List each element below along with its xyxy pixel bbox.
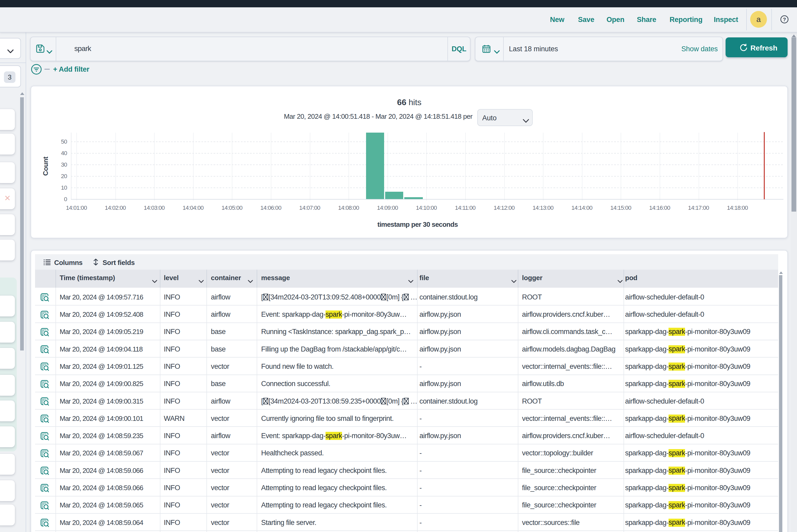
svg-text:?: ? [783,17,786,22]
